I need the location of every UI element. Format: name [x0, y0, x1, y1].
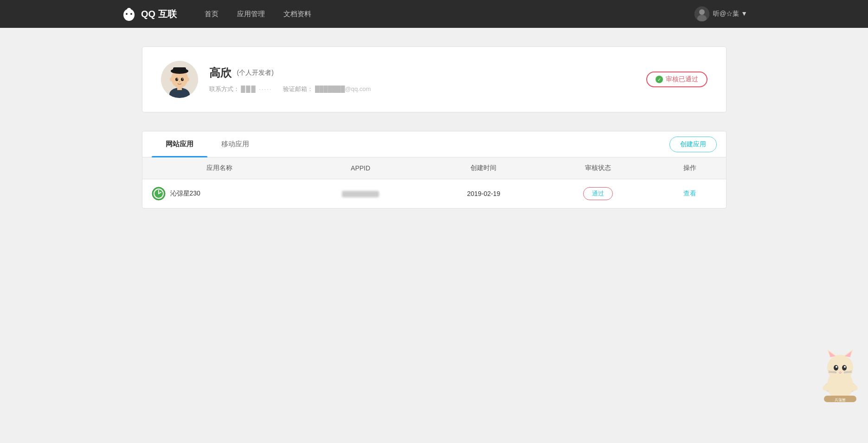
cell-created: 2019-02-19 [424, 179, 543, 208]
status-text: 审核已通过 [666, 75, 698, 84]
svg-point-33 [836, 366, 837, 368]
svg-point-2 [130, 16, 134, 18]
user-name: 听@☆葉 ▼ [713, 10, 747, 18]
mascot-decoration: 兵蒲蟹 [812, 341, 868, 406]
profile-contact: 联系方式： ███ ····· 验证邮箱： ███████@qq.com [209, 85, 707, 93]
svg-point-32 [842, 365, 847, 371]
create-app-button[interactable]: 创建应用 [669, 137, 717, 152]
tab-mobile[interactable]: 移动应用 [207, 131, 263, 157]
email-label: 验证邮箱： ███████@qq.com [283, 85, 371, 93]
svg-point-3 [126, 13, 128, 15]
svg-point-16 [181, 78, 184, 81]
col-app-name: 应用名称 [142, 157, 297, 179]
appid-masked [342, 191, 379, 197]
col-appid: APPID [297, 157, 424, 179]
qq-logo-icon [121, 6, 137, 22]
svg-point-18 [182, 78, 183, 79]
svg-point-5 [127, 8, 131, 11]
svg-point-24 [824, 380, 856, 394]
svg-point-34 [844, 366, 846, 368]
svg-point-15 [175, 78, 178, 81]
svg-point-4 [130, 13, 132, 15]
user-menu[interactable]: 听@☆葉 ▼ [694, 7, 747, 21]
cell-action: 查看 [654, 179, 726, 208]
svg-point-19 [179, 81, 180, 82]
nav-home[interactable]: 首页 [205, 10, 219, 19]
cell-status: 通过 [543, 179, 653, 208]
nav-app-management[interactable]: 应用管理 [237, 10, 265, 19]
profile-card: 高欣 (个人开发者) 联系方式： ███ ····· 验证邮箱： ███████… [142, 46, 727, 112]
logo[interactable]: QQ 互联 [121, 6, 177, 22]
svg-marker-27 [827, 349, 836, 358]
contact-label: 联系方式： ███ ····· [209, 85, 272, 93]
nav-docs[interactable]: 文档资料 [283, 10, 311, 19]
svg-point-17 [177, 78, 178, 79]
svg-line-38 [844, 371, 852, 372]
svg-marker-29 [829, 351, 836, 357]
svg-point-7 [699, 9, 705, 15]
view-action-link[interactable]: 查看 [683, 189, 696, 197]
mascot-svg: 兵蒲蟹 [812, 341, 868, 406]
avatar-svg [161, 61, 198, 98]
svg-line-37 [829, 372, 836, 373]
svg-point-40 [822, 383, 833, 392]
tab-website[interactable]: 网站应用 [152, 131, 207, 157]
svg-point-41 [848, 383, 859, 392]
app-name-text: 沁弶星230 [170, 189, 200, 198]
contact-value: ███ ····· [241, 85, 272, 92]
table-header-row: 应用名称 APPID 创建时间 审核状态 操作 [142, 157, 726, 179]
approval-status-badge: ✓ 审核已通过 [646, 72, 707, 87]
svg-line-39 [844, 372, 852, 373]
app-tabs-section: 网站应用 移动应用 创建应用 应用名称 APPID 创建时间 审核状态 操作 [142, 131, 727, 208]
profile-name: 高欣 [209, 65, 231, 80]
tabs-header: 网站应用 移动应用 创建应用 [142, 131, 726, 157]
svg-point-26 [827, 355, 853, 381]
svg-rect-42 [824, 396, 856, 402]
app-icon [152, 187, 166, 201]
svg-marker-30 [845, 351, 852, 357]
table-row: 沁弶星230 2019-02-19 通过 查看 [142, 179, 726, 208]
profile-info: 高欣 (个人开发者) 联系方式： ███ ····· 验证邮箱： ███████… [209, 65, 707, 93]
logo-text: QQ 互联 [141, 8, 177, 20]
email-value: ███████@qq.com [315, 85, 371, 92]
cell-app-name: 沁弶星230 [142, 179, 297, 208]
check-icon: ✓ [656, 76, 663, 83]
main-content: 高欣 (个人开发者) 联系方式： ███ ····· 验证邮箱： ███████… [133, 46, 736, 208]
svg-marker-28 [844, 349, 853, 358]
status-pass-badge: 通过 [583, 187, 613, 200]
col-created: 创建时间 [424, 157, 543, 179]
svg-text:兵蒲蟹: 兵蒲蟹 [835, 398, 846, 402]
col-action: 操作 [654, 157, 726, 179]
user-avatar [694, 7, 709, 21]
header: QQ 互联 首页 应用管理 文档资料 听@☆葉 ▼ [0, 0, 868, 28]
svg-marker-35 [839, 371, 842, 372]
profile-type: (个人开发者) [237, 69, 274, 77]
svg-rect-14 [173, 67, 186, 73]
main-nav: 首页 应用管理 文档资料 [205, 10, 694, 19]
col-status: 审核状态 [543, 157, 653, 179]
svg-point-21 [186, 78, 189, 81]
svg-point-25 [827, 370, 853, 400]
app-table: 应用名称 APPID 创建时间 审核状态 操作 [142, 157, 726, 208]
cell-appid [297, 179, 424, 208]
svg-point-20 [170, 78, 173, 81]
svg-point-31 [834, 365, 838, 371]
svg-point-1 [124, 16, 128, 18]
svg-line-36 [829, 371, 836, 372]
profile-avatar [161, 61, 198, 98]
